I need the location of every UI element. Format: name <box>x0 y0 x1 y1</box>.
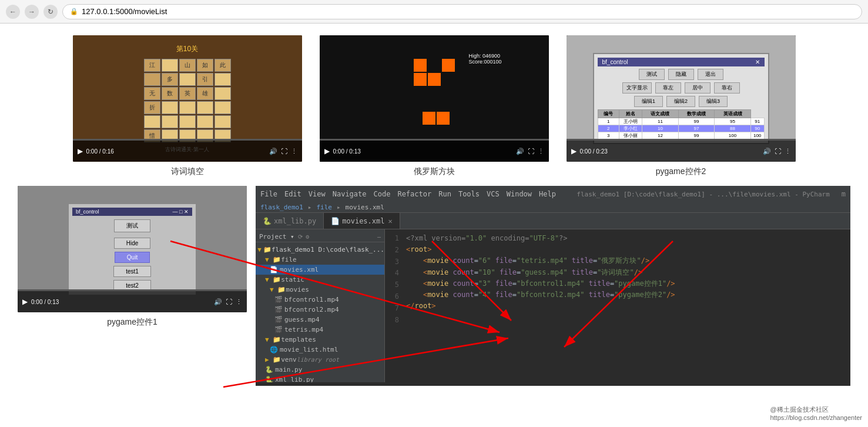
more-icon-3[interactable]: ⋮ <box>785 148 791 155</box>
ide-menu-navigate[interactable]: Navigate <box>333 190 367 198</box>
movie-list-icon: 🌐 <box>270 346 278 353</box>
tree-xml-lib-py[interactable]: 🐍 xml_lib.py <box>256 375 384 382</box>
volume-icon-1[interactable]: 🔊 <box>269 148 277 155</box>
ide-main-area: Project ▾ ⟳ ⚙ — ▼ 📁 flask_demo1 D:\code\… <box>256 229 850 382</box>
volume-icon-2[interactable]: 🔊 <box>516 148 524 155</box>
more-icon-2[interactable]: ⋮ <box>538 148 544 155</box>
volume-icon-3[interactable]: 🔊 <box>763 148 771 155</box>
play-button-3[interactable]: ▶ <box>571 147 577 155</box>
ide-title: flask_demo1 [D:\code\flask_demo1] - ...\… <box>577 191 829 198</box>
tree-folder-file[interactable]: ▼ 📁 file <box>256 255 384 265</box>
tree-movies-folder[interactable]: ▼ 📁 movies <box>256 285 384 295</box>
folder-root-icon: ▼ <box>257 246 262 253</box>
tree-venv[interactable]: ▶ 📁 venv library root <box>256 355 384 365</box>
code-line-7: </root> <box>406 301 846 312</box>
video-player-1[interactable]: 第10关 江 山 如 此 多 引 无 <box>73 35 302 162</box>
ide-avatar[interactable]: m <box>842 190 846 198</box>
tab-xml-lib-icon: 🐍 <box>263 217 272 225</box>
code-line-5: <movie count="3" file="bfcontrol1.mp4" t… <box>406 278 846 289</box>
watermark-text: @稀土掘金技术社区 <box>770 406 828 413</box>
main-content: 第10关 江 山 如 此 多 引 无 <box>0 24 868 427</box>
fullscreen-icon-3[interactable]: ⛶ <box>775 148 781 155</box>
tree-guess[interactable]: 🎬 guess.mp4 <box>256 315 384 325</box>
video-label-2: 俄罗斯方块 <box>414 166 455 177</box>
video-card-4: bf_control — □ ✕ 测试 Hide Quit <box>18 186 247 386</box>
ide-menu-code[interactable]: Code <box>374 190 391 198</box>
video-card-1: 第10关 江 山 如 此 多 引 无 <box>73 35 302 177</box>
ide-menubar: File Edit View Navigate Code Refactor Ru… <box>256 186 850 202</box>
tree-root-label: flask_demo1 D:\code\flask_... <box>272 246 384 253</box>
tree-movies-label: movies <box>286 286 309 293</box>
tree-movies-xml[interactable]: 📄 movies.xml <box>256 265 384 275</box>
code-line-1: <?xml version="1.0" encoding="UTF-8"?> <box>406 233 846 244</box>
xml-file-icon: 📄 <box>270 266 278 273</box>
tree-main-py[interactable]: 🐍 main.py <box>256 365 384 375</box>
fullscreen-icon-1[interactable]: ⛶ <box>281 148 287 155</box>
more-icon-4[interactable]: ⋮ <box>236 298 242 306</box>
code-line-3: <movie count="6" file="tetris.mp4" title… <box>406 255 846 266</box>
tree-bfcontrol1[interactable]: 🎬 bfcontrol1.mp4 <box>256 295 384 305</box>
time-display-4: 0:00 / 0:13 <box>31 299 210 305</box>
tree-action-2[interactable]: ⚙ <box>306 233 310 240</box>
game-title-1: 第10关 <box>176 44 198 54</box>
back-button[interactable]: ← <box>6 5 20 19</box>
tree-venv-extra: library root <box>297 356 339 363</box>
tree-action-1[interactable]: ⟳ <box>298 233 303 240</box>
bfcontrol2-icon: 🎬 <box>274 306 283 313</box>
video-controls-4[interactable]: ▶ 0:00 / 0:13 🔊 ⛶ ⋮ <box>18 291 247 312</box>
play-button-4[interactable]: ▶ <box>22 298 28 306</box>
code-editor[interactable]: 1 2 3 4 5 6 7 8 <?xml version="1.0" enco… <box>385 229 850 382</box>
fullscreen-icon-2[interactable]: ⛶ <box>528 148 534 155</box>
tree-templates[interactable]: ▼ 📁 templates <box>256 335 384 345</box>
volume-icon-4[interactable]: 🔊 <box>214 298 222 306</box>
tab-movies-xml-icon: 📄 <box>331 217 340 225</box>
breadcrumb-movies-xml: movies.xml <box>346 204 384 211</box>
project-dropdown[interactable]: Project ▾ <box>259 233 294 241</box>
tab-xml-lib[interactable]: 🐍 xml_lib.py <box>256 213 324 229</box>
ide-menu-run[interactable]: Run <box>438 190 451 198</box>
refresh-button[interactable]: ↻ <box>43 5 58 19</box>
browser-chrome: ← → ↻ 🔒 127.0.0.1:5000/movieList <box>0 0 868 24</box>
video-player-2[interactable]: High: 046900Score:000100 <box>320 35 549 162</box>
url-bar[interactable]: 🔒 127.0.0.1:5000/movieList <box>62 4 862 19</box>
project-tree: Project ▾ ⟳ ⚙ — ▼ 📁 flask_demo1 D:\code\… <box>256 229 385 382</box>
tree-bfcontrol2[interactable]: 🎬 bfcontrol2.mp4 <box>256 305 384 315</box>
tab-movies-xml[interactable]: 📄 movies.xml ✕ <box>324 213 400 229</box>
play-button-2[interactable]: ▶ <box>324 147 330 155</box>
tree-file-label: file <box>281 256 297 263</box>
video-player-4[interactable]: bf_control — □ ✕ 测试 Hide Quit <box>18 186 247 312</box>
fullscreen-icon-4[interactable]: ⛶ <box>226 298 232 305</box>
video-controls-3[interactable]: ▶ 0:00 / 0:23 🔊 ⛶ ⋮ <box>567 141 796 162</box>
video-controls-2[interactable]: ▶ 0:00 / 0:13 🔊 ⛶ ⋮ <box>320 141 549 162</box>
tree-root[interactable]: ▼ 📁 flask_demo1 D:\code\flask_... <box>256 245 384 255</box>
tree-movie-list[interactable]: 🌐 movie_list.html <box>256 345 384 355</box>
ide-menu-vcs[interactable]: VCS <box>487 190 500 198</box>
code-line-2: <root> <box>406 244 846 255</box>
tree-guess-label: guess.mp4 <box>284 316 320 323</box>
ide-menu-edit[interactable]: Edit <box>284 190 301 198</box>
tab-close-icon[interactable]: ✕ <box>388 217 393 225</box>
tree-bfcontrol2-label: bfcontrol2.mp4 <box>284 306 339 313</box>
video-player-3[interactable]: bf_control ✕ 测试 隐藏 退出 文字显示 靠左 居中 靠右 <box>567 35 796 162</box>
ide-menu-refactor[interactable]: Refactor <box>397 190 431 198</box>
video-label-3: pygame控件2 <box>656 166 706 177</box>
ide-menu-tools[interactable]: Tools <box>458 190 480 198</box>
tree-collapse[interactable]: — <box>377 233 381 240</box>
more-icon-1[interactable]: ⋮ <box>291 148 297 155</box>
video-card-3: bf_control ✕ 测试 隐藏 退出 文字显示 靠左 居中 靠右 <box>567 35 796 177</box>
lock-icon: 🔒 <box>70 8 78 15</box>
ide-menu-help[interactable]: Help <box>539 190 556 198</box>
guess-icon: 🎬 <box>274 316 283 323</box>
play-button-1[interactable]: ▶ <box>78 147 83 155</box>
ide-menu-window[interactable]: Window <box>507 190 532 198</box>
tree-tetris[interactable]: 🎬 tetris.mp4 <box>256 325 384 335</box>
tree-static[interactable]: ▼ 📁 static <box>256 275 384 285</box>
forward-button[interactable]: → <box>25 5 39 19</box>
video-controls-1[interactable]: ▶ 0:00 / 0:16 🔊 ⛶ ⋮ <box>73 141 302 162</box>
ide-menu-view[interactable]: View <box>309 190 326 198</box>
video-label-4: pygame控件1 <box>107 317 157 328</box>
tree-movie-list-label: movie_list.html <box>280 346 338 353</box>
video-label-1: 诗词填空 <box>171 166 204 177</box>
time-display-3: 0:00 / 0:23 <box>580 148 759 155</box>
ide-menu-file[interactable]: File <box>260 190 277 198</box>
